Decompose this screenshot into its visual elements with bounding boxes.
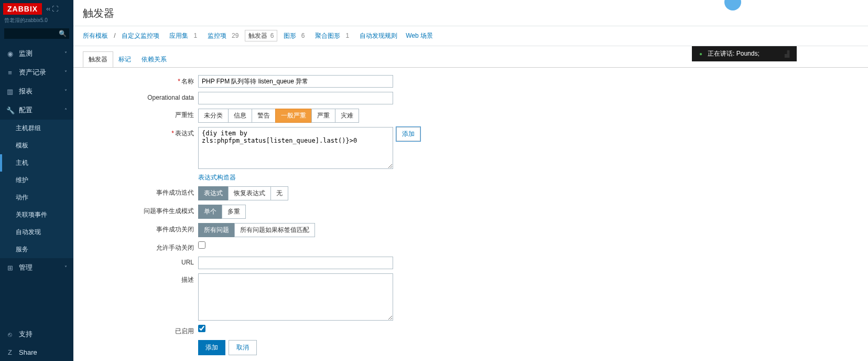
sidebar-item-动作[interactable]: 动作 (0, 189, 73, 206)
okgen-group-opt-0[interactable]: 表达式 (198, 186, 229, 200)
name-input[interactable] (198, 75, 393, 88)
content-header: 触发器 (73, 0, 868, 26)
share-link[interactable]: ZShare (0, 344, 73, 361)
headset-icon: ⎋ (6, 331, 14, 338)
okgen-group: 表达式恢复表达式无 (198, 186, 288, 200)
cancel-button[interactable]: 取消 (229, 340, 257, 355)
desc-label: 描述 (181, 276, 194, 283)
submit-button[interactable]: 添加 (198, 340, 225, 355)
chevron-icon: ˄ (64, 108, 67, 113)
nav-section-报表[interactable]: ▥报表˅ (0, 82, 73, 101)
sev-group-opt-1[interactable]: 信息 (228, 109, 252, 123)
speaking-text: 正在讲话: Pounds; (708, 49, 760, 58)
sev-group-opt-2[interactable]: 警告 (252, 109, 276, 123)
enabled-label: 已启用 (175, 327, 194, 335)
管理-icon: ⊞ (6, 264, 14, 272)
okclose-group-opt-1[interactable]: 所有问题如果标签值匹配 (234, 223, 315, 237)
tab-标记[interactable]: 标记 (113, 52, 136, 67)
support-link[interactable]: ⎋支持 (0, 325, 73, 344)
collapse-icon[interactable]: ‹‹ ⛶ (46, 5, 58, 13)
报表-icon: ▥ (6, 88, 14, 95)
sidebar-item-维护[interactable]: 维护 (0, 172, 73, 189)
tab-触发器[interactable]: 触发器 (83, 51, 113, 68)
opdata-label: Operational data (147, 94, 194, 101)
probgen-group-opt-1[interactable]: 多重 (222, 205, 246, 219)
logo-row: ZABBIX ‹‹ ⛶ (0, 0, 73, 15)
search-icon[interactable]: 🔍 (59, 30, 67, 37)
enabled-checkbox[interactable] (198, 325, 205, 332)
custom-item-link[interactable]: 自定义监控项 (122, 32, 159, 39)
manual-label: 允许手动关闭 (156, 244, 194, 251)
topline-监控项[interactable]: 监控项 (208, 32, 226, 39)
desc-textarea[interactable] (198, 273, 393, 321)
sidebar-item-主机[interactable]: 主机 (0, 154, 73, 172)
nav-section-资产记录[interactable]: ≡资产记录˅ (0, 63, 73, 82)
tab-依赖关系[interactable]: 依赖关系 (136, 52, 172, 67)
url-label: URL (181, 259, 194, 266)
资产记录-icon: ≡ (6, 69, 14, 77)
zabbix-icon: Z (6, 348, 14, 356)
expr-textarea[interactable] (198, 127, 393, 169)
search-row: 🔍 (0, 28, 73, 44)
name-label: 名称 (181, 78, 194, 85)
probgen-group: 单个多重 (198, 205, 246, 219)
okclose-group: 所有问题所有问题如果标签值匹配 (198, 223, 315, 237)
okgen-group-opt-1[interactable]: 恢复表达式 (228, 186, 271, 200)
sidebar-item-自动发现[interactable]: 自动发现 (0, 224, 73, 241)
expr-label: 表达式 (175, 130, 194, 137)
severity-label: 严重性 (175, 111, 194, 119)
mic-icon: ● (699, 51, 702, 57)
topline-图形[interactable]: 图形 (284, 32, 296, 39)
sidebar-item-服务[interactable]: 服务 (0, 241, 73, 258)
chevron-icon: ˅ (64, 265, 67, 271)
sev-group-opt-0[interactable]: 未分类 (198, 109, 229, 123)
chevron-icon: ˅ (64, 70, 67, 76)
监测-icon: ◉ (6, 50, 14, 58)
chevron-icon: ˅ (64, 89, 67, 94)
nav-section-管理[interactable]: ⊞管理˅ (0, 258, 73, 277)
breadcrumb-sep: / (114, 32, 115, 39)
breadcrumb-row: 所有模板 / 自定义监控项 应用集1监控项29触发器 6 图形6聚合图形1自动发… (73, 26, 868, 46)
manual-checkbox[interactable] (198, 241, 205, 249)
okgen-label: 事件成功迭代 (156, 189, 194, 196)
sidebar-item-关联项事件[interactable]: 关联项事件 (0, 206, 73, 224)
sev-group-opt-5[interactable]: 灾难 (335, 109, 359, 123)
expr-constructor-link[interactable]: 表达式构造器 (198, 173, 236, 182)
nav-section-配置[interactable]: 🔧配置˄ (0, 101, 73, 120)
speaking-bar: ● 正在讲话: Pounds; ▟ (692, 46, 797, 61)
okclose-label: 事件成功关闭 (156, 226, 194, 233)
form: *名称 Operational data 严重性 未分类信息警告一般严重严重灾难… (73, 68, 868, 361)
sidebar-item-主机群组[interactable]: 主机群组 (0, 120, 73, 137)
page-title: 触发器 (83, 6, 859, 20)
expr-add-button[interactable]: 添加 (396, 127, 420, 141)
probgen-group-opt-0[interactable]: 单个 (198, 205, 222, 219)
sev-group-opt-4[interactable]: 严重 (311, 109, 335, 123)
all-templates-link[interactable]: 所有模板 (83, 32, 108, 39)
okclose-group-opt-0[interactable]: 所有问题 (198, 223, 235, 237)
url-input[interactable] (198, 257, 393, 269)
topline-应用集[interactable]: 应用集 (169, 32, 188, 39)
user-label: 曾老湿的zabbix5.0 (0, 15, 73, 28)
topline-触发器[interactable]: 触发器 6 (245, 30, 277, 41)
topline-Web 场景[interactable]: Web 场景 (406, 32, 433, 39)
topline-自动发现规则[interactable]: 自动发现规则 (360, 32, 397, 39)
okgen-group-opt-2[interactable]: 无 (270, 186, 288, 200)
wave-icon: ▟ (785, 50, 789, 58)
probgen-label: 问题事件生成模式 (144, 207, 194, 215)
opdata-input[interactable] (198, 92, 393, 104)
sev-group-opt-3[interactable]: 一般严重 (275, 109, 312, 123)
severity-group: 未分类信息警告一般严重严重灾难 (198, 109, 359, 123)
chevron-icon: ˅ (64, 51, 67, 57)
sidebar: ZABBIX ‹‹ ⛶ 曾老湿的zabbix5.0 🔍 ◉监测˅≡资产记录˅▥报… (0, 0, 73, 361)
topline-聚合图形[interactable]: 聚合图形 (315, 32, 340, 39)
sidebar-item-模板[interactable]: 模板 (0, 137, 73, 154)
nav-section-监测[interactable]: ◉监测˅ (0, 44, 73, 63)
配置-icon: 🔧 (6, 107, 14, 114)
logo[interactable]: ZABBIX (3, 3, 42, 15)
